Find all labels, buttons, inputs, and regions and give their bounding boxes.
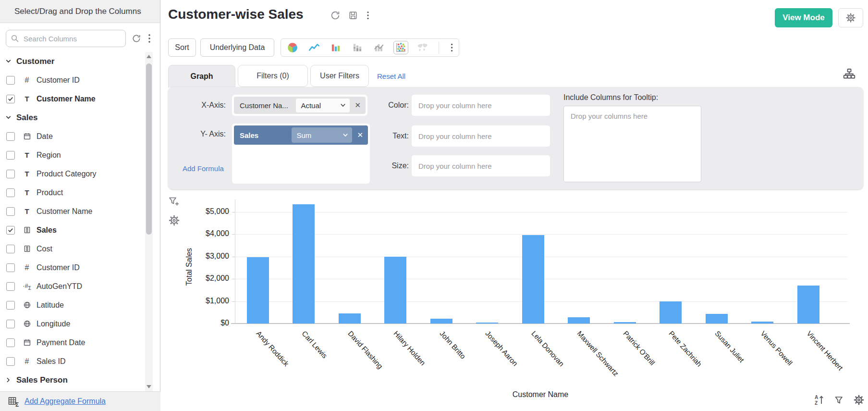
text-dropzone[interactable]: Drop your column here [412,125,550,147]
checkbox[interactable] [6,282,15,291]
bar-carl-lewis[interactable] [293,204,315,324]
column-item[interactable]: #Customer ID [0,71,144,89]
table-group-sales-person[interactable]: Sales Person [0,371,144,389]
settings-button[interactable] [838,8,863,27]
chart-settings-gear-icon[interactable] [168,214,181,227]
bar-joseph-aaron[interactable] [476,323,498,324]
filter-add-icon[interactable] [168,196,181,209]
scrollbar-down-arrow[interactable] [147,385,151,388]
stacked-bar-chart-icon[interactable] [350,41,365,54]
scrollbar-thumb[interactable] [146,63,152,235]
column-item[interactable]: Longitude [0,314,144,333]
add-formula-link[interactable]: Add Formula [183,164,224,173]
pie-chart-icon[interactable] [285,41,300,54]
bar-maxwell-schwartz[interactable] [568,317,590,324]
tab-graph[interactable]: Graph [168,65,235,87]
sidebar-scrollbar[interactable] [145,52,153,391]
checkbox[interactable] [6,207,15,216]
add-aggregate-formula-link[interactable]: Add Aggregate Formula [24,397,106,406]
x-axis-title: Customer Name [235,390,846,399]
checkbox[interactable] [6,357,15,366]
sort-az-icon[interactable] [813,394,826,406]
y-axis-dropzone[interactable]: Sales Sum ✕ [232,124,370,184]
view-mode-button[interactable]: View Mode [775,8,832,27]
bar-venus-powell[interactable] [751,322,773,324]
underlying-data-button[interactable]: Underlying Data [200,38,274,57]
checkbox[interactable] [6,95,15,103]
bar-chart-icon[interactable] [328,41,343,54]
x-axis-dropzone[interactable]: Customer Na... Actual ✕ [232,95,367,116]
tick-mark [232,212,235,212]
x-aggregate-dropdown[interactable]: Actual [296,99,350,112]
column-item[interactable]: #Customer ID [0,258,144,277]
tick-mark [232,324,235,324]
sort-button[interactable]: Sort [168,38,196,57]
checkbox[interactable] [6,301,15,310]
y-axis-title: Total Sales [185,233,195,300]
checkbox[interactable] [6,170,15,178]
combination-chart-icon[interactable] [371,41,386,54]
checkbox[interactable] [6,132,15,141]
tab-filters[interactable]: Filters (0) [238,65,308,87]
column-item[interactable]: TCustomer Name [0,89,144,108]
column-item[interactable]: Cost [0,239,144,258]
chart-types-more-icon[interactable] [449,42,455,53]
column-item[interactable]: TProduct Category [0,164,144,183]
column-type-icon: # [21,357,33,366]
gear-icon[interactable] [853,394,865,406]
size-dropzone[interactable]: Drop your column here [412,155,550,176]
table-group-sales[interactable]: Sales [0,108,144,127]
column-item[interactable]: Payment Date [0,333,144,352]
x-axis-pill[interactable]: Customer Na... Actual ✕ [234,97,366,114]
reset-all-link[interactable]: Reset All [377,65,405,87]
bar-pete-zachriah[interactable] [660,301,682,324]
main-area: Customer-wise Sales View Mode Sort Under… [161,0,868,411]
tooltip-dropzone[interactable]: Drop your columns here [563,106,701,182]
bar-vincent-herbert[interactable] [797,286,819,324]
bar-susan-juliet[interactable] [706,314,728,324]
y-aggregate-dropdown[interactable]: Sum [292,127,352,143]
table-group-customer[interactable]: Customer [0,52,144,71]
text-icon: T [24,151,29,159]
column-item[interactable]: TCustomer Name [0,202,144,221]
checkbox[interactable] [6,263,15,272]
map-chart-icon[interactable] [415,41,430,54]
checkbox[interactable] [6,188,15,197]
column-item[interactable]: TRegion [0,146,144,164]
checkbox[interactable] [6,226,15,235]
column-item[interactable]: Sales [0,221,144,239]
color-dropzone[interactable]: Drop your column here [412,95,550,116]
bar-hilary-holden[interactable] [384,257,406,324]
bar-andy-roddick[interactable] [247,257,269,324]
search-input[interactable] [6,30,126,47]
scatter-chart-icon[interactable] [393,41,408,54]
bar-patrick-o-brill[interactable] [614,322,636,324]
title-menu-icon[interactable] [365,10,371,21]
chevron-down-icon [342,131,349,139]
bar-lela-donovan[interactable] [522,235,544,324]
bar-john-britto[interactable] [430,319,452,324]
column-item[interactable]: #Sales ID [0,352,144,371]
column-item[interactable]: Date [0,127,144,146]
refresh-view-icon[interactable] [330,10,341,21]
checkbox[interactable] [6,245,15,253]
refresh-columns-icon[interactable] [132,34,141,43]
column-item[interactable]: Latitude [0,296,144,314]
filter-icon[interactable] [833,395,845,406]
bar-david-flashing[interactable] [339,313,361,324]
checkbox[interactable] [6,151,15,160]
tab-user-filters[interactable]: User Filters [310,65,369,87]
column-item[interactable]: TProduct [0,183,144,202]
checkbox[interactable] [6,76,15,85]
y-axis-pill[interactable]: Sales Sum ✕ [234,125,368,145]
gridline [235,212,848,212]
checkbox[interactable] [6,320,15,328]
column-type-icon: T [21,95,33,103]
sidebar-menu-icon[interactable] [146,33,153,44]
column-item[interactable]: ·#ΣAutoGenYTD [0,277,144,296]
checkbox[interactable] [6,338,15,347]
hierarchy-icon[interactable] [842,67,856,82]
save-icon[interactable] [348,10,358,21]
scrollbar-up-arrow[interactable] [147,55,151,58]
line-chart-icon[interactable] [306,41,321,54]
